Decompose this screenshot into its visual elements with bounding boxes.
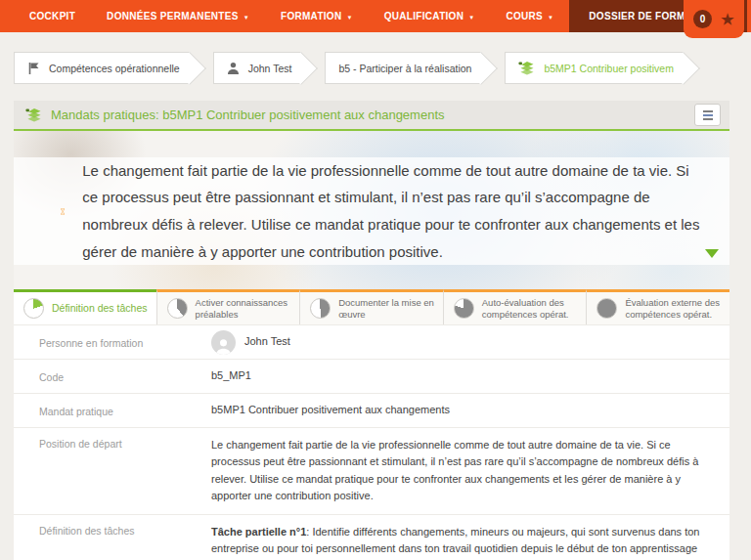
tab-label: Évaluation externe des compétences opéra… <box>625 297 724 321</box>
chevron-down-icon: ▼ <box>468 15 474 21</box>
tab-definition-des-taches[interactable]: Définition des tâches <box>14 289 156 324</box>
breadcrumb-item-competences[interactable]: Compétences opérationnelle <box>14 52 190 84</box>
top-nav: COCKPIT DONNÉES PERMANENTES ▼ FORMATION … <box>0 0 751 32</box>
nav-item-qualification[interactable]: QUALIFICATION ▼ <box>369 0 491 32</box>
nav-item-label: COURS <box>506 11 543 22</box>
breadcrumb-label: Compétences opérationnelle <box>49 63 180 74</box>
expand-arrow-icon[interactable] <box>705 249 719 258</box>
table-row: Mandat pratique b5MP1 Contribuer positiv… <box>14 393 729 427</box>
breadcrumb-item-b5mp1[interactable]: b5MP1 Contribuer positivem <box>505 52 683 84</box>
details-table: Personne en formation John Test Code b5_… <box>14 324 729 560</box>
table-row: Position de départ Le changement fait pa… <box>14 427 729 514</box>
breadcrumb-label: b5MP1 Contribuer positivem <box>544 63 673 74</box>
nav-item-donnees-permanentes[interactable]: DONNÉES PERMANENTES ▼ <box>91 0 265 32</box>
breadcrumb: Compétences opérationnelle John Test b5 … <box>14 52 751 84</box>
row-label: Mandat pratique <box>39 405 188 417</box>
nav-item-formation[interactable]: FORMATION ▼ <box>265 0 369 32</box>
menu-icon <box>703 118 713 120</box>
favorites-star-icon[interactable]: ★ <box>721 12 734 26</box>
person-name: John Test <box>244 333 290 350</box>
panel-menu-button[interactable] <box>694 104 721 126</box>
tab-label: Documenter la mise en œuvre <box>338 297 437 321</box>
breadcrumb-label: John Test <box>248 63 292 74</box>
phase-tabs: Définition des tâches Activer connaissan… <box>14 289 729 324</box>
chevron-down-icon: ▼ <box>243 15 249 21</box>
progress-pie-icon <box>596 298 617 319</box>
nav-item-label: FORMATION <box>281 11 342 22</box>
practice-mandate-icon <box>518 61 535 75</box>
menu-icon <box>703 110 713 112</box>
row-label: Code <box>39 370 188 383</box>
page-title: Mandats pratiques: b5MP1 Contribuer posi… <box>51 108 445 122</box>
progress-pie-icon <box>454 298 474 319</box>
tab-documenter-mise-en-oeuvre[interactable]: Documenter la mise en œuvre <box>299 289 443 324</box>
tab-label: Activer connaissances préalables <box>196 297 294 321</box>
row-label: Personne en formation <box>39 336 188 349</box>
intro-banner: Le changement fait partie de la vie prof… <box>14 131 729 289</box>
progress-pie-icon <box>23 298 44 319</box>
task-paragraph: Tâche partielle n°1: Identifie différent… <box>211 524 716 560</box>
table-row: Personne en formation John Test <box>14 324 729 359</box>
progress-pie-icon <box>167 298 188 319</box>
row-label: Définition des tâches <box>39 524 188 560</box>
tab-label: Auto-évaluation des compétences opérat. <box>482 297 581 321</box>
row-value: b5_MP1 <box>211 367 716 384</box>
nav-item-cockpit[interactable]: COCKPIT <box>14 0 91 32</box>
chevron-down-icon: ▼ <box>346 15 352 21</box>
row-value: b5MP1 Contribuer positivement aux change… <box>211 402 716 418</box>
practice-mandate-panel: Mandats pratiques: b5MP1 Contribuer posi… <box>14 101 729 560</box>
progress-pie-icon <box>310 298 331 319</box>
breadcrumb-item-person[interactable]: John Test <box>213 52 302 84</box>
intro-overlay: Le changement fait partie de la vie prof… <box>14 157 729 265</box>
table-row: Définition des tâches Tâche partielle n°… <box>14 514 729 560</box>
nav-item-label: QUALIFICATION <box>384 11 464 22</box>
nav-item-label: DONNÉES PERMANENTES <box>107 11 239 22</box>
row-label: Position de départ <box>39 437 188 505</box>
breadcrumb-item-b5[interactable]: b5 - Participer à la réalisation <box>325 52 481 84</box>
tab-label: Définition des tâches <box>52 302 147 315</box>
row-value: Tâche partielle n°1: Identifie différent… <box>211 524 716 560</box>
row-value: John Test <box>211 330 716 355</box>
notifications-tab[interactable]: 0 ★ <box>684 0 744 38</box>
tab-auto-evaluation[interactable]: Auto-évaluation des compétences opérat. <box>443 289 587 324</box>
nav-item-cours[interactable]: COURS ▼ <box>490 0 569 32</box>
avatar <box>211 330 236 355</box>
row-value: Le changement fait partie de la vie prof… <box>211 437 716 505</box>
hourglass-icon <box>61 201 65 222</box>
tab-activer-connaissances[interactable]: Activer connaissances préalables <box>156 289 300 324</box>
intro-text: Le changement fait partie de la vie prof… <box>82 157 700 266</box>
tab-evaluation-externe[interactable]: Évaluation externe des compétences opéra… <box>586 289 729 324</box>
nav-item-label: COCKPIT <box>29 11 75 22</box>
table-row: Code b5_MP1 <box>14 359 729 393</box>
menu-icon <box>703 114 713 116</box>
person-icon <box>227 62 240 75</box>
breadcrumb-label: b5 - Participer à la réalisation <box>338 63 471 74</box>
flag-icon <box>27 62 40 75</box>
panel-header: Mandats pratiques: b5MP1 Contribuer posi… <box>14 101 729 131</box>
practice-mandate-icon <box>25 108 42 122</box>
chevron-down-icon: ▼ <box>548 15 553 21</box>
notification-count-badge[interactable]: 0 <box>693 10 712 28</box>
